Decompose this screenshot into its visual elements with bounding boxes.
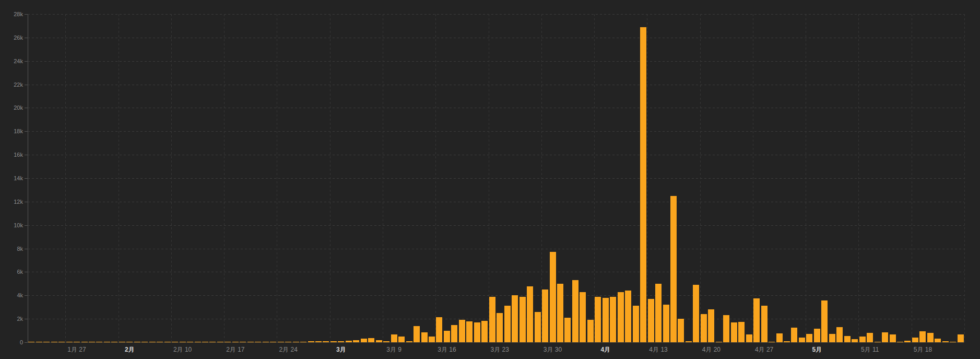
y-axis-label: 20k bbox=[0, 104, 23, 111]
bar-3月26[interactable] bbox=[519, 297, 526, 342]
gridline-vertical bbox=[700, 14, 701, 342]
bar-4月19[interactable] bbox=[701, 314, 707, 342]
y-axis-label: 22k bbox=[0, 81, 23, 88]
bar-4月8[interactable] bbox=[618, 292, 624, 342]
bar-4月13[interactable] bbox=[655, 284, 662, 342]
bar-5月13[interactable] bbox=[882, 332, 888, 342]
bar-4月12[interactable] bbox=[648, 299, 654, 342]
bar-3月29[interactable] bbox=[542, 289, 548, 342]
bar-4月11[interactable] bbox=[640, 27, 646, 342]
gridline-horizontal bbox=[28, 272, 964, 272]
bar-4月18[interactable] bbox=[693, 285, 699, 342]
bar-3月19[interactable] bbox=[466, 321, 473, 342]
bar-4月23[interactable] bbox=[731, 322, 737, 342]
bar-3月16[interactable] bbox=[444, 331, 450, 342]
bar-4月14[interactable] bbox=[663, 305, 669, 342]
x-axis-line bbox=[28, 342, 964, 343]
bar-5月7[interactable] bbox=[836, 327, 843, 342]
daily-bar-chart: 02k4k6k8k10k12k14k16k18k20k22k24k26k28k … bbox=[0, 0, 980, 359]
bar-4月10[interactable] bbox=[633, 306, 639, 342]
bar-5月23[interactable] bbox=[958, 334, 964, 342]
y-axis-label: 8k bbox=[0, 245, 23, 252]
gridline-horizontal bbox=[28, 61, 964, 62]
y-axis-tick bbox=[25, 14, 28, 15]
bar-3月28[interactable] bbox=[535, 312, 541, 342]
gridline-horizontal bbox=[28, 178, 964, 179]
bar-4月1[interactable] bbox=[564, 318, 571, 342]
bar-3月18[interactable] bbox=[459, 320, 465, 342]
bar-4月5[interactable] bbox=[595, 297, 601, 342]
y-axis-label: 10k bbox=[0, 222, 23, 229]
y-axis-line bbox=[28, 14, 28, 342]
gridline-vertical bbox=[858, 14, 859, 342]
x-axis-label-month: 4月 bbox=[600, 346, 610, 354]
gridline-vertical bbox=[330, 14, 330, 342]
y-axis-label: 0 bbox=[0, 339, 23, 346]
y-axis-label: 6k bbox=[0, 268, 23, 275]
bar-5月11[interactable] bbox=[867, 333, 873, 342]
bar-3月31[interactable] bbox=[557, 284, 563, 342]
bar-3月30[interactable] bbox=[550, 252, 556, 342]
gridline-horizontal bbox=[28, 108, 964, 108]
bar-3月12[interactable] bbox=[414, 326, 420, 342]
bar-3月13[interactable] bbox=[421, 332, 428, 342]
bar-3月24[interactable] bbox=[504, 306, 511, 342]
bar-3月14[interactable] bbox=[429, 337, 435, 342]
y-axis-tick bbox=[25, 319, 28, 319]
bar-4月16[interactable] bbox=[678, 319, 684, 342]
gridline-vertical bbox=[65, 14, 66, 342]
bar-3月6[interactable] bbox=[368, 338, 374, 342]
bar-4月29[interactable] bbox=[776, 333, 783, 342]
gridline-vertical bbox=[489, 14, 489, 342]
bar-4月4[interactable] bbox=[587, 320, 594, 342]
bar-4月26[interactable] bbox=[753, 298, 760, 342]
bar-5月4[interactable] bbox=[814, 329, 820, 342]
bar-4月6[interactable] bbox=[603, 298, 609, 342]
gridline-vertical bbox=[753, 14, 753, 342]
y-axis-tick bbox=[25, 202, 28, 202]
bar-5月10[interactable] bbox=[859, 337, 866, 342]
bar-4月7[interactable] bbox=[610, 297, 616, 342]
bar-5月1[interactable] bbox=[791, 328, 797, 342]
bar-5月6[interactable] bbox=[829, 334, 835, 342]
bar-4月2[interactable] bbox=[572, 280, 578, 342]
bar-5月19[interactable] bbox=[927, 333, 934, 342]
y-axis-label: 28k bbox=[0, 10, 23, 18]
bar-5月3[interactable] bbox=[806, 334, 812, 342]
gridline-horizontal bbox=[28, 155, 964, 155]
bar-3月21[interactable] bbox=[481, 321, 488, 342]
bar-5月2[interactable] bbox=[799, 338, 805, 342]
gridline-vertical bbox=[964, 14, 965, 342]
bar-5月17[interactable] bbox=[912, 338, 918, 342]
y-axis-label: 4k bbox=[0, 292, 23, 299]
bar-3月5[interactable] bbox=[361, 339, 367, 342]
x-axis-label: 5月 18 bbox=[914, 346, 932, 354]
x-axis-label: 5月 11 bbox=[861, 346, 879, 354]
bar-3月17[interactable] bbox=[451, 325, 457, 342]
bar-3月10[interactable] bbox=[398, 337, 405, 342]
bar-3月25[interactable] bbox=[512, 295, 518, 342]
bar-3月27[interactable] bbox=[527, 286, 533, 342]
bar-4月3[interactable] bbox=[580, 292, 586, 342]
x-axis-label: 2月 17 bbox=[226, 346, 244, 354]
y-axis-tick bbox=[25, 225, 28, 226]
bar-5月14[interactable] bbox=[890, 334, 896, 342]
bar-4月24[interactable] bbox=[738, 322, 745, 342]
bar-5月8[interactable] bbox=[844, 336, 851, 342]
bar-4月20[interactable] bbox=[708, 309, 714, 342]
bar-4月25[interactable] bbox=[746, 334, 752, 342]
bar-5月18[interactable] bbox=[919, 331, 926, 342]
bar-3月23[interactable] bbox=[497, 313, 503, 342]
bar-4月22[interactable] bbox=[723, 315, 729, 342]
y-axis-tick bbox=[25, 108, 28, 108]
bar-4月27[interactable] bbox=[761, 306, 768, 342]
bar-3月9[interactable] bbox=[391, 334, 397, 342]
bar-5月5[interactable] bbox=[821, 300, 828, 342]
bar-3月22[interactable] bbox=[489, 297, 495, 342]
bar-3月15[interactable] bbox=[436, 317, 442, 342]
x-axis-label: 1月 27 bbox=[67, 346, 86, 354]
bar-3月20[interactable] bbox=[474, 322, 480, 342]
bar-5月20[interactable] bbox=[935, 339, 941, 342]
bar-4月9[interactable] bbox=[625, 291, 631, 342]
bar-4月15[interactable] bbox=[670, 196, 677, 342]
